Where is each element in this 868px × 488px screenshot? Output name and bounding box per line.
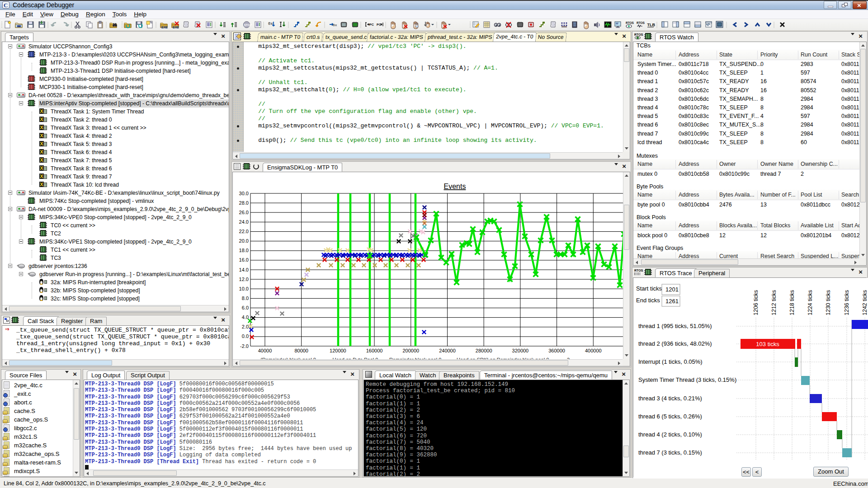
svg-text:0.0: 0.0 bbox=[242, 333, 249, 339]
svg-text:1218 ticks: 1218 ticks bbox=[789, 290, 795, 315]
svg-text:thread 7 (3 ticks, 0.15%): thread 7 (3 ticks, 0.15%) bbox=[638, 449, 702, 456]
svg-text:RTOS: RTOS bbox=[637, 21, 645, 24]
svg-text:thread 4 (2 ticks, 0.10%): thread 4 (2 ticks, 0.10%) bbox=[638, 431, 702, 438]
svg-text:103 ticks: 103 ticks bbox=[756, 341, 779, 347]
svg-text:Events: Events bbox=[444, 183, 466, 190]
svg-text:1224 ticks: 1224 ticks bbox=[807, 290, 813, 315]
svg-text:thread 1 (995 ticks, 51.05%): thread 1 (995 ticks, 51.05%) bbox=[638, 323, 712, 329]
svg-text:STOP: STOP bbox=[244, 23, 252, 27]
svg-text:200000: 200000 bbox=[402, 348, 419, 353]
svg-text:EXE: EXE bbox=[161, 26, 168, 29]
svg-text:1212 ticks: 1212 ticks bbox=[771, 290, 777, 315]
svg-text:20.0: 20.0 bbox=[239, 238, 249, 244]
svg-text:thread 6 (5 ticks, 0.26%): thread 6 (5 ticks, 0.26%) bbox=[638, 413, 702, 420]
svg-text:120000: 120000 bbox=[330, 348, 346, 353]
svg-text:thread 3 (4 ticks, 0.21%): thread 3 (4 ticks, 0.21%) bbox=[638, 395, 702, 402]
svg-text:End ticks: End ticks bbox=[636, 297, 660, 304]
svg-text:-2.0: -2.0 bbox=[240, 343, 249, 349]
svg-text:160000: 160000 bbox=[366, 348, 383, 353]
svg-text:TLB: TLB bbox=[647, 23, 656, 27]
svg-text:24.0: 24.0 bbox=[239, 219, 249, 225]
svg-text:6.0: 6.0 bbox=[242, 305, 249, 310]
svg-text:1242 ticks: 1242 ticks bbox=[862, 290, 868, 315]
svg-text:System Timer Thread (3 ticks,: System Timer Thread (3 ticks, 0.15%) bbox=[638, 376, 736, 383]
svg-text:18.0: 18.0 bbox=[239, 248, 249, 253]
svg-text:0x: 0x bbox=[268, 22, 273, 26]
svg-text:30.0: 30.0 bbox=[239, 191, 249, 196]
svg-text:1236 ticks: 1236 ticks bbox=[844, 290, 850, 315]
svg-text:1206 ticks: 1206 ticks bbox=[753, 290, 759, 315]
svg-text:thread 2 (936 ticks, 48.02%): thread 2 (936 ticks, 48.02%) bbox=[638, 340, 712, 347]
svg-text:22.0: 22.0 bbox=[239, 229, 249, 234]
svg-text:RTOS: RTOS bbox=[626, 21, 634, 24]
svg-text:0x: 0x bbox=[333, 23, 337, 27]
svg-text:10.0: 10.0 bbox=[239, 286, 249, 291]
svg-text:4.0: 4.0 bbox=[242, 314, 249, 320]
svg-text:1201: 1201 bbox=[665, 286, 679, 293]
svg-text:80000: 80000 bbox=[294, 348, 308, 353]
svg-text:26.0: 26.0 bbox=[239, 210, 249, 215]
svg-text:240000: 240000 bbox=[439, 348, 456, 353]
svg-text:280000: 280000 bbox=[476, 348, 492, 353]
svg-text:12.0: 12.0 bbox=[239, 277, 249, 282]
svg-text:400000: 400000 bbox=[585, 348, 602, 353]
svg-text:40000: 40000 bbox=[258, 348, 272, 353]
svg-text:Start ticks: Start ticks bbox=[636, 285, 662, 292]
svg-text:16.0: 16.0 bbox=[239, 257, 249, 263]
svg-text:28.0: 28.0 bbox=[239, 200, 249, 206]
svg-text:1261: 1261 bbox=[665, 298, 679, 305]
svg-text:360000: 360000 bbox=[548, 348, 565, 353]
svg-text:Interrupt (1 ticks, 0.05%): Interrupt (1 ticks, 0.05%) bbox=[638, 358, 703, 365]
svg-text:8.0: 8.0 bbox=[242, 296, 249, 301]
svg-text:2.0: 2.0 bbox=[242, 324, 249, 329]
svg-text:EXE: EXE bbox=[173, 26, 179, 29]
svg-text:14.0: 14.0 bbox=[239, 267, 249, 272]
svg-text:PC: PC bbox=[369, 23, 374, 26]
svg-text:1230 ticks: 1230 ticks bbox=[825, 290, 831, 315]
svg-text:320000: 320000 bbox=[512, 348, 529, 353]
